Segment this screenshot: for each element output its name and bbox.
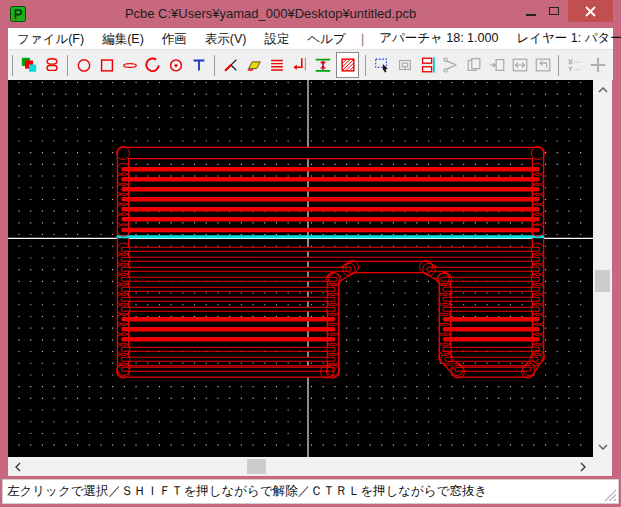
duplicate-button[interactable] — [395, 53, 414, 77]
eraser-icon — [245, 56, 263, 74]
close-icon — [585, 6, 596, 17]
copy-icon — [465, 56, 483, 74]
toolbar-separator — [556, 55, 561, 76]
horizontal-scroll-thumb[interactable] — [247, 459, 266, 474]
draw-arc-button[interactable] — [143, 53, 162, 77]
close-button[interactable] — [568, 0, 613, 22]
hatch-fill-icon — [339, 56, 357, 74]
chevron-left-icon — [15, 462, 21, 472]
paste-icon — [488, 56, 506, 74]
toolbar — [8, 50, 613, 80]
pcbe-window: Pcbe C:¥Users¥yamad_000¥Desktop¥untitled… — [0, 0, 621, 507]
resize-width-button[interactable] — [510, 53, 529, 77]
vertical-scrollbar[interactable] — [593, 80, 612, 457]
cross-button[interactable] — [588, 53, 607, 77]
pcb-canvas[interactable] — [8, 80, 593, 457]
draw-line-button[interactable] — [120, 53, 139, 77]
toolbar-separator — [363, 55, 368, 76]
terminal-button[interactable] — [290, 53, 309, 77]
hatch-lines-icon — [268, 56, 286, 74]
coords-button[interactable] — [565, 53, 584, 77]
maximize-icon — [549, 7, 559, 15]
window-title: Pcbe C:¥Users¥yamad_000¥Desktop¥untitled… — [40, 0, 501, 28]
maximize-button[interactable] — [543, 0, 565, 22]
copy-button[interactable] — [464, 53, 483, 77]
menu-view[interactable]: 表示(V) — [196, 28, 256, 50]
chevron-right-icon — [580, 462, 586, 472]
draw-rect-button[interactable] — [97, 53, 116, 77]
toolbar-separator — [10, 55, 15, 76]
draw-pad-button[interactable] — [166, 53, 185, 77]
menu-file[interactable]: ファイル(F) — [8, 28, 93, 50]
app-icon — [10, 6, 26, 22]
circle-icon — [75, 56, 93, 74]
duplicate-icon — [396, 56, 414, 74]
scroll-up-button[interactable] — [593, 82, 612, 98]
toolbar-separator — [212, 55, 217, 76]
scrollbar-corner — [593, 457, 612, 476]
rectangle-icon — [98, 56, 116, 74]
flip-button[interactable] — [418, 53, 437, 77]
text-icon — [190, 56, 208, 74]
layer-indicator: レイヤー 1: パターン-A — [507, 30, 621, 47]
draw-text-button[interactable] — [189, 53, 208, 77]
width-arrows-icon — [511, 56, 529, 74]
undo-button[interactable] — [533, 53, 552, 77]
cross-icon — [589, 56, 607, 74]
scroll-down-button[interactable] — [593, 439, 612, 455]
select-button[interactable] — [372, 53, 391, 77]
minimize-button[interactable] — [520, 0, 542, 22]
eraser-button[interactable] — [244, 53, 263, 77]
pcb-drawing — [8, 80, 593, 457]
cut-line-button[interactable] — [221, 53, 240, 77]
terminal-icon — [291, 56, 309, 74]
hatch-lines-button[interactable] — [267, 53, 286, 77]
statusbar: 左クリックで選択／ＳＨＩＦＴを押しながらで解除／ＣＴＲＬを押しながらで窓抜き — [2, 479, 619, 504]
scroll-right-button[interactable] — [575, 457, 591, 476]
flip-icon — [419, 56, 437, 74]
minimize-icon — [526, 14, 536, 16]
menubar: ファイル(F) 編集(E) 作画 表示(V) 設定 ヘルプ | アパーチャ 18… — [8, 28, 613, 50]
status-text: 左クリックで選択／ＳＨＩＦＴを押しながらで解除／ＣＴＲＬを押しながらで窓抜き — [7, 484, 487, 498]
via-button[interactable] — [313, 53, 332, 77]
pad-icon — [167, 56, 185, 74]
toolbar-separator — [65, 55, 70, 76]
paste-button[interactable] — [487, 53, 506, 77]
aperture-indicator: アパーチャ 18: 1.000 — [370, 30, 507, 47]
titlebar: Pcbe C:¥Users¥yamad_000¥Desktop¥untitled… — [0, 0, 621, 28]
horizontal-scrollbar[interactable] — [8, 457, 593, 476]
layers-button[interactable] — [19, 53, 38, 77]
chevron-down-icon — [598, 444, 608, 450]
scissors-icon — [442, 56, 460, 74]
arc-icon — [144, 56, 162, 74]
via-icon — [314, 56, 332, 74]
menu-edit[interactable]: 編集(E) — [93, 28, 153, 50]
menu-help[interactable]: ヘルプ — [298, 28, 354, 50]
aperture-button[interactable] — [42, 53, 61, 77]
vertical-scroll-thumb[interactable] — [595, 270, 610, 292]
menu-settings[interactable]: 設定 — [255, 28, 298, 50]
menu-separator: | — [355, 32, 370, 46]
xy-coords-icon — [566, 56, 584, 74]
cut-button[interactable] — [441, 53, 460, 77]
chevron-up-icon — [598, 87, 608, 93]
undo-icon — [534, 56, 552, 74]
select-marquee-icon — [373, 56, 391, 74]
resize-grip-icon[interactable] — [603, 488, 617, 502]
hatch-fill-button[interactable] — [336, 52, 359, 78]
draw-circle-button[interactable] — [74, 53, 93, 77]
line-icon — [121, 56, 139, 74]
menu-draw[interactable]: 作画 — [153, 28, 196, 50]
layers-icon — [20, 56, 38, 74]
aperture-icon — [43, 56, 61, 74]
cut-line-icon — [222, 56, 240, 74]
scroll-left-button[interactable] — [10, 457, 26, 476]
toolbar-separator — [611, 55, 613, 76]
